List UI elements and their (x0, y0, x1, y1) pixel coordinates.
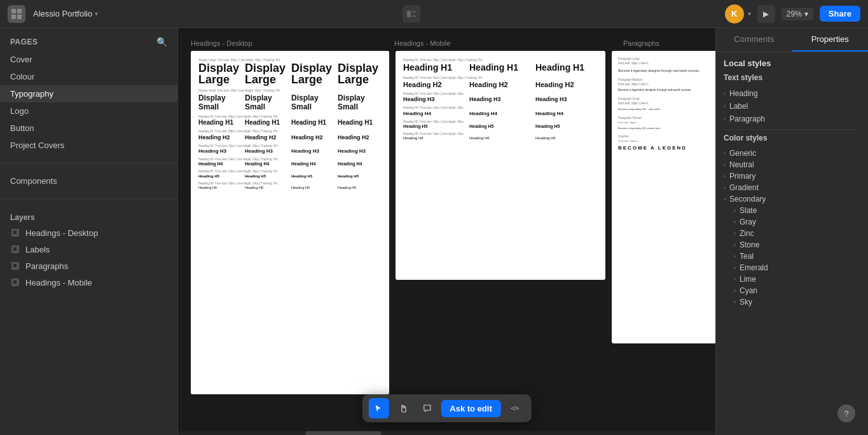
h4-cols: Heading H4 Heading H4 Heading H4 Heading… (198, 162, 382, 166)
mobile-frame-white: Heading H1 Font size: 38px | Line height… (396, 51, 605, 280)
sidebar-item-colour[interactable]: Colour (0, 68, 177, 85)
text-style-paragraph[interactable]: › Paragraph (724, 113, 860, 125)
frame-labels-row: Headings - Desktop Headings - Mobile Par… (191, 37, 715, 48)
sidebar-item-button[interactable]: Button (0, 120, 177, 137)
sidebar-item-cover[interactable]: Cover (0, 51, 177, 68)
desktop-frame: Display Large Font size: 64px | Line hei… (191, 51, 389, 394)
teal-label: Teal (740, 252, 754, 261)
color-group-neutral[interactable]: › Neutral (724, 159, 860, 170)
meta-h2: Heading H2 Font size: 38px | Line height… (198, 130, 382, 133)
para-xsmall-meta: Paragraph XSmall (618, 116, 715, 120)
neutral-chevron-icon: › (724, 162, 726, 168)
pages-section: Pages 🔍 Cover Colour Typography Logo But… (0, 28, 177, 159)
cyan-label: Cyan (740, 286, 757, 295)
svg-rect-4 (407, 11, 411, 17)
mob-row-h6: Heading H6 Font size: 16px | Line height… (403, 132, 598, 140)
color-emerald[interactable]: › Emerald (734, 262, 860, 273)
text-style-label[interactable]: › Label (724, 100, 860, 113)
layer-icon-paragraphs (10, 261, 20, 271)
h2-cols: Heading H2 Heading H2 Heading H2 Heading… (198, 134, 382, 141)
svg-rect-14 (13, 280, 17, 284)
color-group-gradient[interactable]: › Gradient (724, 182, 860, 193)
sidebar-item-project-covers[interactable]: Project Covers (0, 137, 177, 154)
project-title-text: Alessio Portfolio (33, 9, 92, 18)
gradient-chevron-icon: › (724, 184, 726, 191)
meta-h6: Heading H6 Font size: 20px | Line height… (198, 182, 382, 185)
row-h2: Heading H2 Font size: 38px | Line height… (198, 130, 382, 140)
sidebar-item-logo[interactable]: Logo (0, 102, 177, 120)
row-h4: Heading H4 Font size: 24px | Line height… (198, 158, 382, 166)
sidebar-item-typography[interactable]: Typography (0, 85, 177, 102)
primary-chevron-icon: › (724, 173, 726, 179)
mob-h4-cols: Heading H4 Heading H4 Heading H4 (403, 111, 598, 116)
color-cyan[interactable]: › Cyan (734, 285, 860, 296)
mob-row-h2: Heading H2 Font size: 32px | Line height… (403, 76, 598, 88)
cyan-chevron-icon: › (734, 287, 736, 294)
project-title[interactable]: Alessio Portfolio ▾ (33, 9, 98, 18)
sky-label: Sky (740, 298, 752, 307)
color-lime[interactable]: › Lime (734, 273, 860, 285)
play-button[interactable]: ▶ (757, 5, 775, 23)
help-button[interactable]: ? (837, 404, 855, 422)
svg-rect-1 (17, 9, 22, 13)
color-stone[interactable]: › Stone (734, 239, 860, 251)
overline-text: Font size: 12px | L... (618, 139, 715, 142)
row-display-small: Display Small Font size: 44px | Line hei… (198, 89, 382, 111)
hand-tool-button[interactable] (392, 398, 413, 418)
topbar-center (403, 5, 420, 23)
canvas-area: Headings - Desktop Headings - Mobile Par… (178, 28, 715, 435)
gray-label: Gray (740, 218, 756, 226)
color-teal[interactable]: › Teal (734, 251, 860, 262)
pages-search-icon[interactable]: 🔍 (156, 37, 167, 47)
para-large-meta: Paragraph Large (618, 57, 715, 60)
share-button[interactable]: Share (820, 6, 860, 22)
sky-chevron-icon: › (734, 299, 736, 305)
color-slate[interactable]: › Slate (734, 205, 860, 216)
color-gray[interactable]: › Gray (734, 216, 860, 228)
user-avatar: K (725, 4, 744, 24)
canvas-scrollbar[interactable] (178, 431, 715, 435)
comment-tool-button[interactable] (417, 398, 437, 418)
layer-labels[interactable]: Labels (0, 241, 177, 258)
tab-properties[interactable]: Properties (792, 28, 869, 52)
color-zinc[interactable]: › Zinc (734, 228, 860, 239)
stone-label: Stone (740, 240, 759, 249)
color-group-primary[interactable]: › Primary (724, 170, 860, 182)
tab-comments[interactable]: Comments (716, 28, 792, 52)
para-small-body: Become a legendary UK... real-world... (618, 107, 715, 111)
text-style-heading[interactable]: › Heading (724, 87, 860, 100)
row-h6: Heading H6 Font size: 20px | Line height… (198, 182, 382, 190)
select-tool-button[interactable] (368, 398, 389, 418)
svg-rect-3 (17, 15, 22, 19)
para-xsmall-body: Become a legendary UK content real... (618, 127, 715, 130)
color-sky[interactable]: › Sky (734, 296, 860, 308)
ask-edit-button[interactable]: Ask to edit (441, 400, 500, 417)
local-styles-title: Local styles (724, 59, 860, 68)
zinc-chevron-icon: › (734, 230, 736, 237)
gray-chevron-icon: › (734, 219, 736, 225)
project-caret-icon: ▾ (95, 10, 98, 17)
pages-section-title: Pages (10, 38, 38, 46)
stone-chevron-icon: › (734, 242, 736, 248)
meta-display-small: Display Small Font size: 44px | Line hei… (198, 89, 382, 92)
zoom-control[interactable]: 29% ▾ (782, 8, 813, 20)
code-tool-button[interactable]: </> (505, 398, 525, 418)
color-group-generic[interactable]: › Generic (724, 148, 860, 159)
sidebar-toggle-button[interactable] (403, 5, 420, 23)
sidebar-item-components[interactable]: Components (0, 172, 177, 190)
mob-row-h4: Heading H4 Font size: 20px | Line height… (403, 106, 598, 116)
secondary-chevron-icon: › (722, 198, 728, 200)
para-large-body: Become a legendary designer through real… (618, 69, 715, 73)
color-group-secondary[interactable]: › Secondary (724, 193, 860, 205)
paragraphs-frame: Paragraph Large Font size: 18px | Line h… (612, 51, 715, 343)
row-h3: Heading H3 Font size: 32px | Line height… (198, 144, 382, 154)
mob-meta-h4: Heading H4 Font size: 20px | Line height… (403, 106, 598, 109)
layer-headings-mobile[interactable]: Headings - Mobile (0, 274, 177, 291)
layer-paragraphs[interactable]: Paragraphs (0, 258, 177, 274)
avatar-caret-icon[interactable]: ▾ (748, 10, 751, 17)
h3-cols: Heading H3 Heading H3 Heading H3 Heading… (198, 148, 382, 154)
primary-label: Primary (729, 172, 755, 181)
zinc-label: Zinc (740, 229, 754, 238)
layer-headings-desktop[interactable]: Headings - Desktop (0, 224, 177, 241)
mob-h2-cols: Heading H2 Heading H2 Heading H2 (403, 81, 598, 88)
